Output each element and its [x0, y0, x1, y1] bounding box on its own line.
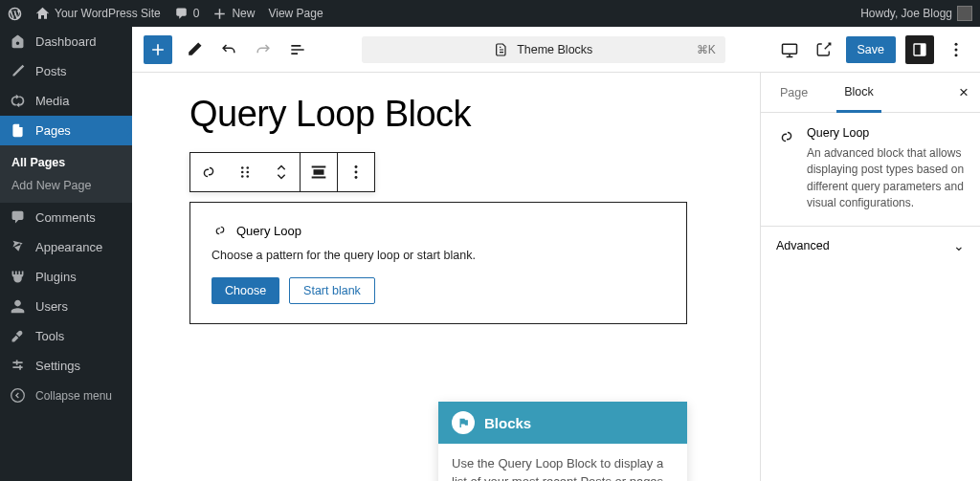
block-description: An advanced block that allows displaying…: [807, 145, 965, 212]
undo-icon[interactable]: [216, 37, 241, 62]
svg-point-9: [241, 171, 244, 174]
close-inspector-icon[interactable]: ×: [959, 83, 969, 102]
welcome-tip: Blocks Use the Query Loop Block to displ…: [438, 402, 687, 481]
editor-canvas[interactable]: Query Loop Block: [132, 73, 760, 481]
advanced-panel-toggle[interactable]: Advanced ⌄: [761, 227, 980, 265]
sidebar-item-posts[interactable]: Posts: [0, 56, 132, 86]
editor-toolbar: Theme Blocks ⌘K Save: [132, 27, 980, 73]
svg-point-15: [355, 171, 358, 174]
block-type-icon[interactable]: [190, 153, 227, 191]
placeholder-description: Choose a pattern for the query loop or s…: [212, 249, 665, 262]
loop-icon: [212, 222, 229, 239]
save-button[interactable]: Save: [846, 36, 897, 63]
inserter-button[interactable]: [144, 35, 172, 64]
settings-panel-toggle[interactable]: [905, 35, 934, 64]
view-link-icon[interactable]: [812, 37, 836, 62]
svg-point-11: [241, 175, 244, 178]
preview-desktop-icon[interactable]: [777, 37, 802, 62]
placeholder-title: Query Loop: [236, 224, 301, 238]
move-up-down-icon[interactable]: [263, 153, 300, 191]
loop-icon: [776, 126, 797, 147]
block-more-icon[interactable]: [338, 153, 374, 191]
redo-icon[interactable]: [251, 37, 276, 62]
shortcut-hint: ⌘K: [697, 43, 716, 56]
choose-button[interactable]: Choose: [212, 277, 279, 304]
tip-title: Blocks: [484, 415, 531, 431]
document-icon: [494, 42, 509, 57]
svg-point-16: [355, 176, 358, 179]
site-home-link[interactable]: Your WordPress Site: [35, 7, 161, 21]
settings-inspector: Page Block × Query Loop An advanced bloc…: [760, 73, 980, 481]
new-content-link[interactable]: New: [212, 7, 255, 21]
more-options-icon[interactable]: [944, 37, 969, 62]
tab-block[interactable]: Block: [836, 74, 881, 113]
edit-mode-icon[interactable]: [182, 37, 207, 62]
page-title[interactable]: Query Loop Block: [189, 94, 702, 135]
admin-sidebar: Dashboard Posts Media Pages All Pages Ad…: [0, 27, 132, 481]
wp-logo[interactable]: [8, 7, 22, 21]
svg-rect-13: [314, 169, 324, 175]
sidebar-item-media[interactable]: Media: [0, 86, 132, 116]
tab-page[interactable]: Page: [772, 73, 815, 112]
comments-link[interactable]: 0: [174, 7, 200, 21]
user-greeting[interactable]: Howdy, Joe Blogg: [860, 6, 972, 21]
sidebar-submenu-pages: All Pages Add New Page: [0, 145, 132, 203]
svg-point-4: [955, 42, 958, 45]
document-title-button[interactable]: Theme Blocks ⌘K: [362, 36, 725, 63]
inspector-tabs: Page Block ×: [761, 73, 980, 113]
flag-icon: [452, 411, 475, 434]
align-icon[interactable]: [301, 153, 337, 191]
submenu-add-page[interactable]: Add New Page: [0, 174, 132, 197]
svg-point-0: [11, 389, 25, 403]
svg-point-6: [955, 54, 958, 56]
block-toolbar: [189, 152, 375, 192]
sidebar-item-dashboard[interactable]: Dashboard: [0, 27, 132, 56]
svg-point-8: [246, 166, 249, 169]
svg-point-7: [241, 166, 244, 169]
submenu-all-pages[interactable]: All Pages: [0, 151, 132, 174]
block-editor: Theme Blocks ⌘K Save Query Loop Block: [132, 27, 980, 481]
sidebar-item-appearance[interactable]: Appearance: [0, 232, 132, 262]
chevron-down-icon: ⌄: [953, 238, 965, 253]
svg-rect-1: [782, 44, 796, 54]
block-info-section: Query Loop An advanced block that allows…: [761, 113, 980, 227]
sidebar-item-pages[interactable]: Pages: [0, 116, 132, 145]
sidebar-item-tools[interactable]: Tools: [0, 321, 132, 351]
sidebar-item-settings[interactable]: Settings: [0, 351, 132, 381]
svg-rect-3: [921, 44, 925, 55]
avatar-icon: [957, 6, 972, 21]
svg-point-10: [246, 171, 249, 174]
sidebar-item-plugins[interactable]: Plugins: [0, 262, 132, 292]
sidebar-item-comments[interactable]: Comments: [0, 203, 132, 232]
query-loop-placeholder: Query Loop Choose a pattern for the quer…: [189, 202, 687, 324]
svg-point-12: [246, 175, 249, 178]
block-name-label: Query Loop: [807, 126, 965, 140]
view-page-link[interactable]: View Page: [268, 7, 323, 20]
start-blank-button[interactable]: Start blank: [289, 277, 375, 304]
sidebar-item-users[interactable]: Users: [0, 292, 132, 321]
svg-point-5: [955, 48, 958, 51]
drag-handle-icon[interactable]: [227, 153, 263, 191]
svg-point-14: [355, 165, 358, 168]
list-view-icon[interactable]: [285, 37, 310, 62]
tip-body: Use the Query Loop Block to display a li…: [438, 444, 687, 481]
collapse-menu[interactable]: Collapse menu: [0, 381, 132, 410]
admin-bar: Your WordPress Site 0 New View Page Howd…: [0, 0, 980, 27]
